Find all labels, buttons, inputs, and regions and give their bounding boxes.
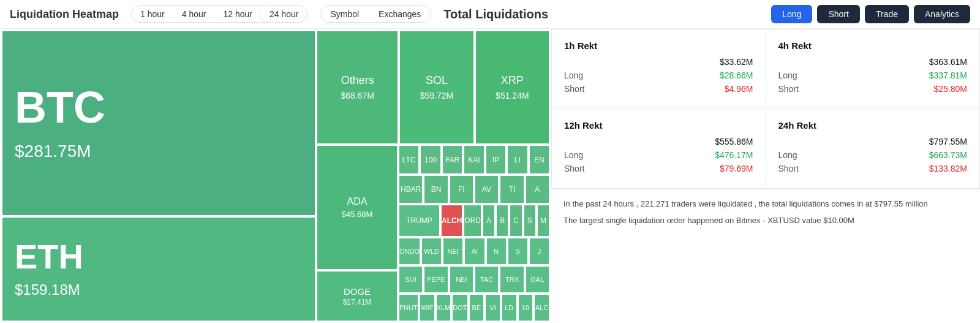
action-group: Long Short Trade Analytics [771, 5, 970, 23]
symbol-filter[interactable]: Symbol [320, 6, 369, 22]
stats-4h-short-label: Short [778, 84, 799, 94]
stats-4h: 4h Rekt $363.61M Long $337.81M Short $25… [766, 29, 980, 108]
n-cell[interactable]: N [487, 238, 506, 264]
row-trump: TRUMP ALCH ORD A B C S M [399, 205, 549, 236]
timeframe-24h[interactable]: 24 hour [261, 6, 307, 22]
far-cell[interactable]: FAR [443, 146, 462, 173]
s-cell[interactable]: S [524, 205, 535, 236]
timeframe-1h[interactable]: 1 hour [132, 6, 173, 22]
a-cell[interactable]: A [526, 176, 549, 203]
xrp-cell[interactable]: XRP $51.24M [476, 31, 549, 143]
timeframe-12h[interactable]: 12 hour [214, 6, 260, 22]
long-button[interactable]: Long [771, 5, 812, 23]
stats-4h-short-row: Short $25.80M [778, 84, 968, 94]
stats-24h-total: $797.55M [929, 137, 967, 146]
stats-24h-short-label: Short [778, 164, 799, 173]
vi-cell[interactable]: VI [486, 295, 500, 321]
app-header: Liquidation Heatmap 1 hour 4 hour 12 hou… [0, 0, 980, 29]
li-cell[interactable]: LI [508, 146, 527, 173]
kai-cell[interactable]: KAI [464, 146, 483, 173]
ord-cell[interactable]: ORD [464, 205, 481, 236]
stats-1h-short: $4.96M [725, 84, 753, 94]
stats-12h-title: 12h Rekt [564, 120, 753, 131]
row-ltc: LTC 100 FAR KAI IP LI EN [399, 146, 549, 173]
stats-24h-long-row: Long $663.73M [778, 150, 968, 160]
stats-24h: 24h Rekt $797.55M Long $663.73M Short $1… [766, 109, 980, 188]
stats-12h-total: $555.86M [715, 137, 753, 146]
c-cell[interactable]: C [510, 205, 521, 236]
stats-12h-total-row: $555.86M [564, 137, 753, 146]
j-cell[interactable]: J [530, 238, 549, 264]
tac-cell[interactable]: TAC [475, 267, 498, 292]
stats-24h-short: $133.82M [929, 164, 967, 173]
xrp-value: $51.24M [496, 91, 529, 101]
ltc-cell[interactable]: LTC [399, 146, 418, 173]
sui-cell[interactable]: SUI [399, 267, 422, 292]
nei2-cell[interactable]: NEI [450, 267, 473, 292]
others-cell[interactable]: Others $68.67M [317, 31, 398, 143]
trump-cell[interactable]: TRUMP [399, 205, 439, 236]
stats-4h-long: $337.81M [929, 70, 967, 80]
ti-cell[interactable]: TI [500, 176, 523, 203]
heatmap: BTC $281.75M ETH $159.18M Others $68.67M… [0, 29, 551, 323]
stats-1h-total: $33.62M [720, 57, 753, 67]
stats-24h-total-row: $797.55M [778, 137, 968, 146]
stats-grid: 1h Rekt $33.62M Long $28.66M Short $4.96… [551, 29, 980, 189]
short-button[interactable]: Short [817, 5, 859, 23]
exchanges-filter[interactable]: Exchanges [369, 6, 431, 22]
be-cell[interactable]: BE [470, 295, 484, 321]
100k-cell[interactable]: 100 [421, 146, 440, 173]
doge-cell[interactable]: DOGE $17.41M [317, 272, 397, 321]
dot-cell[interactable]: DOT [453, 295, 467, 321]
eth-cell[interactable]: ETH $159.18M [2, 218, 315, 321]
m-cell[interactable]: M [538, 205, 549, 236]
heatmap-bottom-row: ADA $45.68M DOGE $17.41M LTC 100 FAR KAI [317, 146, 549, 321]
ip-cell[interactable]: IP [486, 146, 505, 173]
analytics-button[interactable]: Analytics [914, 5, 970, 23]
row-pnut: PNUT WIF XLM DOT BE VI LD 10 ALC [399, 295, 549, 321]
stats-12h-short-label: Short [564, 164, 584, 173]
fi-cell[interactable]: FI [450, 176, 473, 203]
hbar-cell[interactable]: HBAR [399, 176, 422, 203]
stats-1h-long-row: Long $28.66M [564, 70, 753, 80]
stats-1h-long-label: Long [564, 70, 583, 80]
btc-cell[interactable]: BTC $281.75M [2, 31, 315, 215]
lo-cell[interactable]: LD [502, 295, 516, 321]
trx-cell[interactable]: TRX [500, 267, 523, 292]
ada-value: $45.68M [342, 210, 373, 219]
pepe-cell[interactable]: PEPE [424, 267, 447, 292]
gal-cell[interactable]: GAL [526, 267, 549, 292]
ondo-cell[interactable]: ONDO [399, 238, 420, 264]
s2-cell[interactable]: S [508, 238, 527, 264]
a2-cell[interactable]: A [483, 205, 494, 236]
stats-1h: 1h Rekt $33.62M Long $28.66M Short $4.96… [552, 29, 766, 108]
small-col: LTC 100 FAR KAI IP LI EN HBAR BN FI AV [399, 146, 549, 321]
nei-cell[interactable]: NEI [443, 238, 462, 264]
alg-cell[interactable]: ALC [535, 295, 549, 321]
pnut-cell[interactable]: PNUT [399, 295, 418, 321]
alc2-cell[interactable]: 10 [519, 295, 533, 321]
stats-1h-long: $28.66M [720, 70, 753, 80]
stats-12h-long-label: Long [564, 150, 583, 160]
filter-group: Symbol Exchanges [320, 6, 431, 23]
others-value: $68.67M [341, 91, 374, 101]
b-cell[interactable]: B [497, 205, 508, 236]
stats-4h-total: $363.61M [929, 57, 967, 67]
ada-cell[interactable]: ADA $45.68M [317, 146, 397, 269]
sol-cell[interactable]: SOL $59.72M [400, 31, 473, 143]
alch-cell[interactable]: ALCH [442, 205, 462, 236]
xlm-cell[interactable]: XLM [437, 295, 451, 321]
bn-cell[interactable]: BN [424, 176, 447, 203]
ai-cell[interactable]: AI [465, 238, 484, 264]
wif-cell[interactable]: WIF [420, 295, 434, 321]
av-cell[interactable]: AV [475, 176, 498, 203]
trade-button[interactable]: Trade [865, 5, 909, 23]
xrp-name: XRP [501, 74, 524, 87]
timeframe-4h[interactable]: 4 hour [173, 6, 215, 22]
wld-cell[interactable]: WLD [422, 238, 441, 264]
eth-name: ETH [15, 240, 303, 274]
stats-24h-long-label: Long [778, 150, 797, 160]
en-cell[interactable]: EN [530, 146, 549, 173]
stats-24h-short-row: Short $133.82M [778, 164, 968, 173]
stats-1h-short-row: Short $4.96M [564, 84, 753, 94]
